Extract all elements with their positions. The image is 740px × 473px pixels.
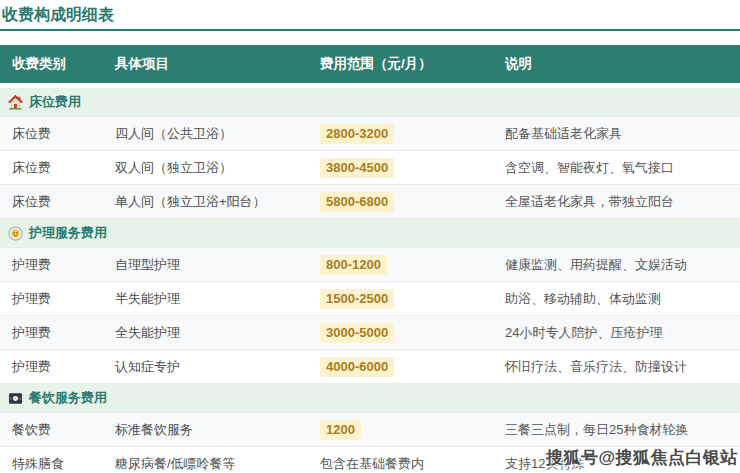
fee-detail-page: 收费构成明细表 收费类别具体项目费用范围（元/月）说明 床位费用床位费四人间（公…: [0, 0, 740, 473]
fee-category-cell: 护理费: [0, 256, 103, 274]
fee-note-cell: 全屋适老化家具，带独立阳台: [493, 193, 740, 211]
fee-item-cell: 单人间（独立卫浴+阳台）: [103, 193, 308, 211]
fee-category-cell: 床位费: [0, 125, 103, 143]
fee-range-cell: 3800-4500: [308, 158, 493, 178]
fee-note-cell: 含空调、智能夜灯、氧气接口: [493, 159, 740, 177]
section-title: 护理服务费用: [29, 224, 107, 242]
table-row: 护理费认知症专护4000-6000怀旧疗法、音乐疗法、防撞设计: [0, 350, 740, 384]
column-header: 收费类别: [0, 55, 103, 73]
table-row: 床位费双人间（独立卫浴）3800-4500含空调、智能夜灯、氧气接口: [0, 151, 740, 185]
fee-note-cell: 配备基础适老化家具: [493, 125, 740, 143]
fee-note-cell: 三餐三点制，每日25种食材轮换: [493, 421, 740, 439]
fee-category-cell: 餐饮费: [0, 421, 103, 439]
title-divider: [0, 29, 740, 31]
fee-range-value: 5800-6800: [320, 192, 394, 212]
table-row: 餐饮费标准餐饮服务1200三餐三点制，每日25种食材轮换: [0, 413, 740, 447]
fee-item-cell: 自理型护理: [103, 256, 308, 274]
table-row: 特殊膳食糖尿病餐/低嘌呤餐等包含在基础餐费内支持12类特殊: [0, 447, 740, 473]
fee-category-cell: 护理费: [0, 358, 103, 376]
house-icon: [8, 95, 23, 110]
fee-note-cell: 健康监测、用药提醒、文娱活动: [493, 256, 740, 274]
fee-range-cell: 1500-2500: [308, 289, 493, 309]
table-row: 护理费全失能护理3000-500024小时专人陪护、压疮护理: [0, 316, 740, 350]
fee-range-value: 3000-5000: [320, 323, 394, 343]
fee-range-value: 包含在基础餐费内: [320, 456, 424, 471]
fee-range-value: 4000-6000: [320, 357, 394, 377]
fee-range-cell: 4000-6000: [308, 357, 493, 377]
meal-box-icon: [8, 391, 23, 406]
fee-table: 收费类别具体项目费用范围（元/月）说明 床位费用床位费四人间（公共卫浴）2800…: [0, 45, 740, 473]
elder-care-icon: [8, 226, 23, 241]
section-title: 餐饮服务费用: [29, 389, 107, 407]
fee-note-cell: 怀旧疗法、音乐疗法、防撞设计: [493, 358, 740, 376]
fee-range-cell: 5800-6800: [308, 192, 493, 212]
fee-item-cell: 全失能护理: [103, 324, 308, 342]
fee-category-cell: 护理费: [0, 290, 103, 308]
fee-range-value: 1500-2500: [320, 289, 394, 309]
fee-category-cell: 特殊膳食: [0, 455, 103, 473]
page-title: 收费构成明细表: [0, 0, 740, 26]
table-header-row: 收费类别具体项目费用范围（元/月）说明: [0, 45, 740, 83]
fee-item-cell: 四人间（公共卫浴）: [103, 125, 308, 143]
fee-category-cell: 护理费: [0, 324, 103, 342]
fee-item-cell: 双人间（独立卫浴）: [103, 159, 308, 177]
fee-range-cell: 包含在基础餐费内: [308, 455, 493, 473]
fee-category-cell: 床位费: [0, 193, 103, 211]
fee-note-cell: 24小时专人陪护、压疮护理: [493, 324, 740, 342]
table-row: 床位费四人间（公共卫浴）2800-3200配备基础适老化家具: [0, 117, 740, 151]
table-body: 床位费用床位费四人间（公共卫浴）2800-3200配备基础适老化家具床位费双人间…: [0, 88, 740, 473]
fee-range-cell: 3000-5000: [308, 323, 493, 343]
column-header: 具体项目: [103, 55, 308, 73]
table-row: 护理费半失能护理1500-2500助浴、移动辅助、体动监测: [0, 282, 740, 316]
fee-range-cell: 1200: [308, 420, 493, 440]
fee-item-cell: 糖尿病餐/低嘌呤餐等: [103, 455, 308, 473]
section-header: 护理服务费用: [0, 219, 740, 248]
fee-range-value: 3800-4500: [320, 158, 394, 178]
section-header: 餐饮服务费用: [0, 384, 740, 413]
table-row: 护理费自理型护理800-1200健康监测、用药提醒、文娱活动: [0, 248, 740, 282]
fee-note-cell: 助浴、移动辅助、体动监测: [493, 290, 740, 308]
fee-note-cell: 支持12类特殊: [493, 455, 740, 473]
column-header: 说明: [493, 55, 740, 73]
fee-range-cell: 800-1200: [308, 255, 493, 275]
table-row: 床位费单人间（独立卫浴+阳台）5800-6800全屋适老化家具，带独立阳台: [0, 185, 740, 219]
fee-item-cell: 标准餐饮服务: [103, 421, 308, 439]
fee-range-value: 2800-3200: [320, 124, 394, 144]
fee-range-cell: 2800-3200: [308, 124, 493, 144]
fee-range-value: 1200: [320, 420, 361, 440]
fee-item-cell: 认知症专护: [103, 358, 308, 376]
fee-range-value: 800-1200: [320, 255, 387, 275]
column-header: 费用范围（元/月）: [308, 55, 493, 73]
fee-item-cell: 半失能护理: [103, 290, 308, 308]
section-title: 床位费用: [29, 93, 81, 111]
fee-category-cell: 床位费: [0, 159, 103, 177]
section-header: 床位费用: [0, 88, 740, 117]
